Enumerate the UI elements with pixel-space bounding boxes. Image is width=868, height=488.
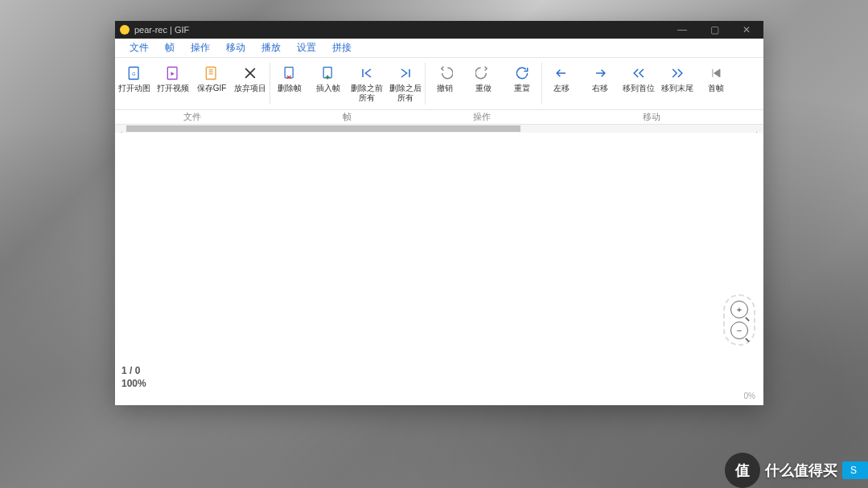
toolbar-group-move: 左移 右移 移到首位 移到末尾	[542, 58, 735, 109]
undo-icon	[436, 64, 454, 82]
toolbar-group-file: G 打开动图 打开视频 保存GIF 放弃项目	[115, 58, 269, 109]
skip-back-icon	[707, 64, 725, 82]
move-left-button[interactable]: 左移	[542, 61, 581, 106]
discard-project-button[interactable]: 放弃项目	[231, 61, 269, 106]
close-button[interactable]: ✕	[734, 24, 759, 35]
svg-rect-3	[206, 68, 216, 80]
window-title: pear-rec | GIF	[134, 25, 670, 35]
menu-operate[interactable]: 操作	[183, 41, 218, 55]
toolbar-group-operate: 撤销 重做 重置	[426, 58, 541, 109]
open-animation-button[interactable]: G 打开动图	[115, 61, 154, 106]
refresh-icon	[513, 64, 531, 82]
menu-move[interactable]: 移动	[218, 41, 253, 55]
save-gif-button[interactable]: 保存GIF	[192, 61, 231, 106]
first-frame-button[interactable]: 首帧	[697, 61, 735, 106]
delete-after-button[interactable]: 删除之后所有	[386, 61, 425, 106]
minimize-button[interactable]: —	[670, 24, 694, 35]
frame-counter: 1 / 0	[121, 365, 146, 378]
zoom-level: 100%	[121, 378, 146, 391]
undo-button[interactable]: 撤销	[426, 61, 464, 106]
zoom-out-button[interactable]: −	[730, 322, 748, 339]
move-to-first-button[interactable]: 移到首位	[619, 61, 658, 106]
file-gif-icon: G	[125, 64, 143, 82]
progress-indicator: 0%	[744, 392, 755, 400]
file-delete-icon	[281, 64, 298, 82]
chevrons-left-icon	[630, 64, 648, 82]
redo-button[interactable]: 重做	[464, 61, 503, 106]
toolbar-group-frame: 删除帧 插入帧 删除之前所有 删除之后所有	[270, 58, 425, 109]
save-icon	[203, 64, 220, 82]
watermark-logo: 值	[725, 453, 760, 488]
zoom-controls: + −	[723, 294, 755, 346]
chevrons-right-icon	[668, 64, 686, 82]
arrow-right-icon	[591, 64, 609, 82]
app-icon	[120, 25, 130, 35]
close-x-icon	[241, 64, 259, 82]
watermark-tag: S	[842, 461, 868, 479]
group-label-move: 移动	[540, 111, 763, 123]
timeline-strip[interactable]	[115, 125, 763, 133]
menu-play[interactable]: 播放	[253, 41, 289, 55]
zoom-in-button[interactable]: +	[730, 301, 748, 318]
maximize-button[interactable]: ▢	[702, 24, 726, 35]
watermark: 值 什么值得买 S	[725, 453, 868, 488]
titlebar[interactable]: pear-rec | GIF — ▢ ✕	[115, 21, 763, 39]
menu-splice[interactable]: 拼接	[324, 41, 360, 55]
menu-frame[interactable]: 帧	[157, 41, 183, 55]
delete-frame-button[interactable]: 删除帧	[270, 61, 309, 106]
skip-last-icon	[397, 64, 414, 82]
group-label-frame: 帧	[269, 111, 424, 123]
insert-frame-button[interactable]: 插入帧	[309, 61, 348, 106]
reset-button[interactable]: 重置	[503, 61, 541, 106]
group-label-file: 文件	[115, 111, 269, 123]
watermark-text: 什么值得买	[765, 461, 837, 480]
move-to-last-button[interactable]: 移到末尾	[658, 61, 697, 106]
delete-before-button[interactable]: 删除之前所有	[348, 61, 386, 106]
svg-text:G: G	[132, 72, 136, 76]
move-right-button[interactable]: 右移	[581, 61, 619, 106]
menu-settings[interactable]: 设置	[289, 41, 324, 55]
open-video-button[interactable]: 打开视频	[154, 61, 192, 106]
menu-file[interactable]: 文件	[121, 41, 157, 55]
group-labels-row: 文件 帧 操作 移动	[115, 110, 763, 125]
file-video-icon	[164, 64, 182, 82]
skip-first-icon	[358, 64, 376, 82]
timeline-bar[interactable]	[126, 125, 520, 132]
group-label-operate: 操作	[424, 111, 540, 123]
svg-rect-4	[285, 68, 293, 78]
status-bar: 1 / 0 100%	[121, 365, 146, 390]
toolbar: G 打开动图 打开视频 保存GIF 放弃项目	[115, 58, 763, 110]
app-window: pear-rec | GIF — ▢ ✕ 文件 帧 操作 移动 播放 设置 拼接…	[115, 21, 763, 405]
menubar: 文件 帧 操作 移动 播放 设置 拼接	[115, 39, 763, 58]
arrow-left-icon	[553, 64, 570, 82]
redo-icon	[475, 64, 492, 82]
file-add-icon	[319, 64, 337, 82]
preview-canvas	[115, 133, 763, 405]
